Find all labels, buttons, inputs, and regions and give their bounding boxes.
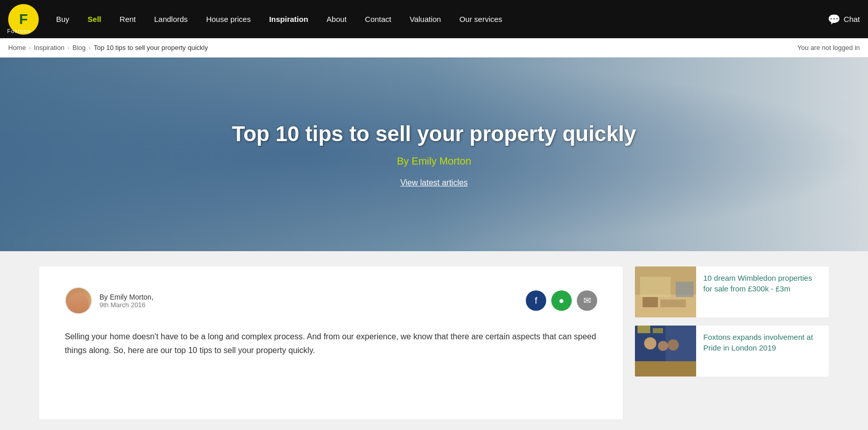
svg-rect-13 xyxy=(653,328,663,333)
email-icon: ✉ xyxy=(583,295,591,306)
breadcrumb-blog[interactable]: Blog xyxy=(72,44,86,51)
meta-left: By Emily Morton, 9th March 2016 xyxy=(65,287,154,314)
sidebar-image-pride xyxy=(635,326,696,377)
nav-link-valuation[interactable]: Valuation xyxy=(400,0,450,38)
sidebar-card-text-pride: Foxtons expands involvement at Pride in … xyxy=(696,326,829,377)
nav-item-landlords[interactable]: Landlords xyxy=(145,0,197,38)
share-whatsapp-button[interactable]: ● xyxy=(551,290,572,311)
nav-link-inspiration[interactable]: Inspiration xyxy=(260,0,318,38)
svg-rect-2 xyxy=(640,277,671,297)
not-logged-label: You are not logged in xyxy=(798,44,860,51)
navbar: F Buy Sell Rent Landlords House prices I… xyxy=(0,0,868,38)
share-facebook-button[interactable]: f xyxy=(526,290,546,311)
chat-icon: 💬 xyxy=(828,13,840,25)
breadcrumb-current: Top 10 tips to sell your property quickl… xyxy=(94,44,208,51)
nav-link-buy[interactable]: Buy xyxy=(47,0,79,38)
sidebar-image-wimbledon xyxy=(635,266,696,317)
svg-rect-5 xyxy=(676,282,694,297)
breadcrumb: Home › Inspiration › Blog › Top 10 tips … xyxy=(0,38,868,58)
sidebar-card-title-pride: Foxtons expands involvement at Pride in … xyxy=(703,332,822,353)
svg-point-10 xyxy=(658,341,668,351)
nav-link-about[interactable]: About xyxy=(317,0,355,38)
sidebar-card-text-wimbledon: 10 dream Wimbledon properties for sale f… xyxy=(696,266,829,317)
logo-letter: F xyxy=(19,11,28,28)
nav-item-inspiration[interactable]: Inspiration xyxy=(260,0,318,38)
svg-rect-12 xyxy=(637,326,650,333)
whatsapp-icon: ● xyxy=(559,295,565,306)
chat-button[interactable]: 💬 Chat xyxy=(828,13,860,25)
nav-item-buy[interactable]: Buy xyxy=(47,0,79,38)
nav-link-landlords[interactable]: Landlords xyxy=(145,0,197,38)
nav-link-ourservices[interactable]: Our services xyxy=(450,0,512,38)
nav-item-houseprices[interactable]: House prices xyxy=(197,0,260,38)
nav-item-about[interactable]: About xyxy=(317,0,355,38)
nav-links: Buy Sell Rent Landlords House prices Ins… xyxy=(47,0,828,38)
svg-rect-4 xyxy=(660,300,686,307)
nav-item-contact[interactable]: Contact xyxy=(356,0,401,38)
hero-title: Top 10 tips to sell your property quickl… xyxy=(232,122,636,146)
avatar-silhouette xyxy=(68,293,89,313)
breadcrumb-inspiration[interactable]: Inspiration xyxy=(34,44,64,51)
share-icons: f ● ✉ xyxy=(526,290,597,311)
svg-rect-8 xyxy=(635,361,696,377)
sidebar-card-wimbledon[interactable]: 10 dream Wimbledon properties for sale f… xyxy=(635,266,829,317)
hero-content: Top 10 tips to sell your property quickl… xyxy=(222,122,647,187)
breadcrumb-home[interactable]: Home xyxy=(8,44,26,51)
hero-author: By Emily Morton xyxy=(232,155,636,167)
article-date: 9th March 2016 xyxy=(99,301,154,309)
sidebar-card-pride[interactable]: Foxtons expands involvement at Pride in … xyxy=(635,326,829,377)
nav-link-sell[interactable]: Sell xyxy=(79,0,111,38)
svg-rect-3 xyxy=(643,297,658,307)
foxtons-wordmark: Foxtons xyxy=(7,28,31,34)
nav-item-ourservices[interactable]: Our services xyxy=(450,0,512,38)
breadcrumb-sep-1: › xyxy=(29,45,31,51)
share-email-button[interactable]: ✉ xyxy=(577,290,597,311)
author-name: By Emily Morton, xyxy=(99,293,154,301)
article-body: Selling your home doesn't have to be a l… xyxy=(65,330,597,357)
sidebar: 10 dream Wimbledon properties for sale f… xyxy=(635,266,829,377)
sidebar-card-title-wimbledon: 10 dream Wimbledon properties for sale f… xyxy=(703,273,822,294)
nav-item-sell[interactable]: Sell xyxy=(79,0,111,38)
nav-item-valuation[interactable]: Valuation xyxy=(400,0,450,38)
svg-point-9 xyxy=(644,337,656,350)
nav-link-houseprices[interactable]: House prices xyxy=(197,0,260,38)
meta-text: By Emily Morton, 9th March 2016 xyxy=(99,293,154,309)
chat-label: Chat xyxy=(844,15,860,23)
article-meta: By Emily Morton, 9th March 2016 f ● ✉ xyxy=(65,287,597,314)
avatar xyxy=(65,287,92,314)
nav-link-rent[interactable]: Rent xyxy=(111,0,145,38)
nav-item-rent[interactable]: Rent xyxy=(111,0,145,38)
breadcrumb-sep-2: › xyxy=(67,45,69,51)
facebook-icon: f xyxy=(534,295,537,306)
breadcrumb-sep-3: › xyxy=(89,45,91,51)
article-card: By Emily Morton, 9th March 2016 f ● ✉ Se… xyxy=(39,266,623,419)
view-latest-articles-link[interactable]: View latest articles xyxy=(400,178,468,187)
main-layout: By Emily Morton, 9th March 2016 f ● ✉ Se… xyxy=(31,266,837,419)
hero-section: Top 10 tips to sell your property quickl… xyxy=(0,58,868,251)
svg-point-11 xyxy=(668,339,679,351)
nav-link-contact[interactable]: Contact xyxy=(356,0,401,38)
